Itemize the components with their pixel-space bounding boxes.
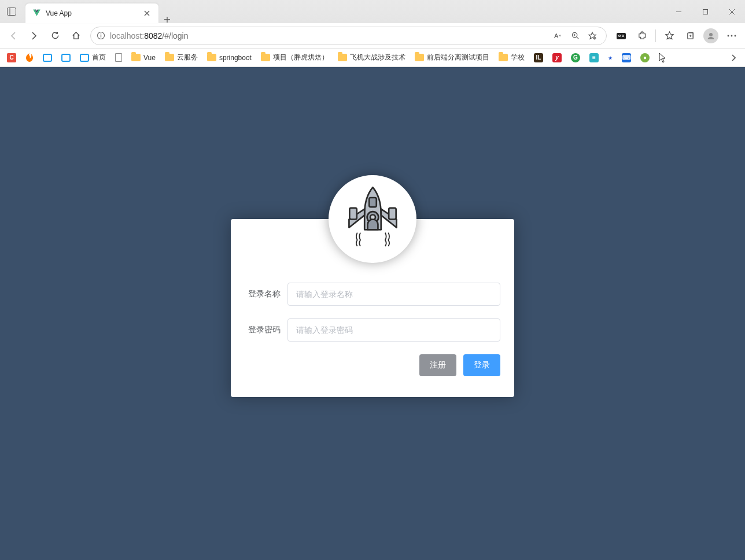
bookmark-label: Vue xyxy=(143,54,156,62)
folder-icon xyxy=(261,54,270,61)
refresh-button[interactable] xyxy=(45,26,65,46)
bookmark-label: 项目（胖虎烘焙） xyxy=(273,53,329,62)
bookmark-lines[interactable]: ≡ xyxy=(586,51,602,64)
bookmark-folder-fullstack[interactable]: 前后端分离测试项目 xyxy=(411,51,493,64)
browser-tab-active[interactable]: Vue App xyxy=(25,3,158,23)
tab-actions-button[interactable] xyxy=(0,0,23,23)
svg-point-25 xyxy=(728,35,729,36)
close-window-button[interactable] xyxy=(718,0,745,23)
svg-point-17 xyxy=(619,35,620,36)
login-button[interactable]: 登录 xyxy=(463,354,500,376)
bookmarks-bar: C 首页 Vue 云服务 springboot 项目（胖虎烘焙） 飞机大战涉及技… xyxy=(0,49,745,67)
svg-point-26 xyxy=(731,35,733,36)
password-row: 登录密码 xyxy=(245,318,500,342)
login-logo xyxy=(329,175,416,263)
bookmark-label: springboot xyxy=(219,54,252,62)
bookmark-folder-project[interactable]: 项目（胖虎烘焙） xyxy=(257,51,332,64)
bookmark-folder-school[interactable]: 学校 xyxy=(495,51,528,64)
svg-rect-6 xyxy=(101,35,101,38)
tv-icon xyxy=(61,54,71,62)
svg-rect-32 xyxy=(389,207,396,219)
title-bar: Vue App xyxy=(0,0,745,23)
folder-icon xyxy=(131,54,141,61)
bookmark-page[interactable] xyxy=(112,51,126,64)
forward-button[interactable] xyxy=(24,26,44,46)
bookmark-tv1[interactable] xyxy=(39,52,56,64)
spaceship-icon xyxy=(337,183,409,255)
svg-rect-14 xyxy=(617,33,626,39)
y-icon: y xyxy=(552,53,562,62)
minimize-button[interactable] xyxy=(665,0,692,23)
bookmark-tv2[interactable] xyxy=(58,52,74,64)
svg-rect-31 xyxy=(349,207,357,219)
address-bar-actions: A» xyxy=(549,28,600,44)
profile-button[interactable] xyxy=(701,26,721,46)
bookmark-g[interactable]: G xyxy=(567,51,584,64)
bookmark-folder-springboot[interactable]: springboot xyxy=(204,52,255,64)
extension-panda-icon[interactable] xyxy=(611,26,631,46)
lol-icon: IL xyxy=(534,53,543,62)
folder-icon xyxy=(207,54,216,61)
svg-rect-0 xyxy=(8,8,16,16)
close-tab-button[interactable] xyxy=(142,9,152,18)
password-label: 登录密码 xyxy=(245,325,287,335)
back-button[interactable] xyxy=(3,26,23,46)
url-text: localhost:8082/#/login xyxy=(110,31,188,40)
folder-icon xyxy=(338,54,347,61)
bookmark-lol[interactable]: IL xyxy=(530,51,547,64)
bookmark-folder-cloud[interactable]: 云服务 xyxy=(161,51,201,64)
username-row: 登录名称 xyxy=(245,283,500,306)
bookmark-y[interactable]: y xyxy=(549,51,565,64)
button-row: 注册 登录 xyxy=(245,354,500,376)
flame-icon xyxy=(25,53,34,62)
new-tab-button[interactable] xyxy=(158,16,176,23)
bookmark-folder-vue[interactable]: Vue xyxy=(128,52,159,64)
username-input[interactable] xyxy=(287,283,500,306)
bookmark-c[interactable]: C xyxy=(3,51,20,64)
maximize-button[interactable] xyxy=(692,0,718,23)
address-bar[interactable]: localhost:8082/#/login A» xyxy=(90,27,607,45)
favorite-button[interactable] xyxy=(584,28,600,44)
g-icon: G xyxy=(571,53,580,62)
toolbar-separator xyxy=(655,29,656,42)
bookmark-paw[interactable]: ٭ xyxy=(604,51,616,65)
bookmarks-overflow-button[interactable] xyxy=(725,54,742,61)
svg-point-5 xyxy=(101,34,102,35)
bookmark-label: 学校 xyxy=(511,53,525,62)
toolbar-icons xyxy=(611,26,742,46)
bookmark-label: 首页 xyxy=(92,53,106,62)
username-label: 登录名称 xyxy=(245,289,287,299)
read-aloud-button[interactable]: A» xyxy=(549,28,566,44)
login-card: 登录名称 登录密码 注册 登录 xyxy=(231,219,514,397)
bookmark-label: 前后端分离测试项目 xyxy=(427,53,489,62)
bookmark-label: 飞机大战涉及技术 xyxy=(350,53,405,62)
collections-button[interactable] xyxy=(680,26,700,46)
green-icon: ● xyxy=(640,53,650,62)
extensions-button[interactable] xyxy=(632,26,652,46)
password-input[interactable] xyxy=(287,318,500,342)
svg-point-24 xyxy=(709,33,713,36)
bookmark-kb[interactable]: ⌨ xyxy=(618,51,635,64)
window-controls xyxy=(665,0,745,23)
home-button[interactable] xyxy=(66,26,86,46)
app-login-page: 登录名称 登录密码 注册 登录 xyxy=(0,67,745,560)
zoom-button[interactable] xyxy=(567,28,583,44)
tab-title: Vue App xyxy=(46,9,138,17)
tv-icon xyxy=(80,54,89,62)
tv-icon xyxy=(43,54,52,62)
more-button[interactable] xyxy=(722,26,742,46)
folder-icon xyxy=(165,54,174,61)
paw-icon: ٭ xyxy=(608,53,613,63)
register-button[interactable]: 注册 xyxy=(419,354,456,376)
bookmark-green[interactable]: ● xyxy=(637,51,653,64)
cursor-icon xyxy=(659,53,666,63)
bookmark-home[interactable]: 首页 xyxy=(76,51,109,64)
svg-point-18 xyxy=(622,35,624,36)
site-info-icon[interactable] xyxy=(97,31,105,40)
kb-icon: ⌨ xyxy=(622,53,631,62)
avatar-icon xyxy=(703,28,718,43)
favorites-menu-button[interactable] xyxy=(659,26,679,46)
bookmark-folder-plane[interactable]: 飞机大战涉及技术 xyxy=(334,51,409,64)
bookmark-sports[interactable] xyxy=(22,51,37,64)
svg-point-27 xyxy=(735,35,736,36)
